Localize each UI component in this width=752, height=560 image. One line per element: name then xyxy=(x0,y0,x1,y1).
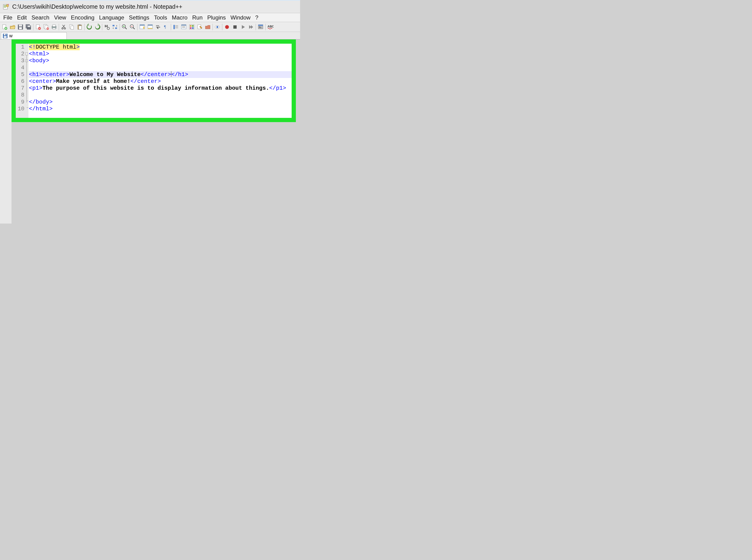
zoom-out-button[interactable] xyxy=(129,23,137,31)
fold-end-icon xyxy=(26,101,28,101)
svg-marker-75 xyxy=(242,25,245,29)
menu-tools[interactable]: Tools xyxy=(152,14,169,22)
menu-language[interactable]: Language xyxy=(97,14,126,22)
sync-v-icon xyxy=(139,24,146,30)
monitor-icon xyxy=(214,24,221,30)
new-file-button[interactable] xyxy=(0,23,8,31)
line-number: 1 xyxy=(16,44,24,51)
find-icon xyxy=(104,24,110,30)
undo-button[interactable] xyxy=(85,23,93,31)
code-line[interactable]: <h1><center>Welcome to My Website</cente… xyxy=(29,71,292,78)
find-button[interactable] xyxy=(103,23,111,31)
svg-point-73 xyxy=(225,25,229,29)
code-line[interactable] xyxy=(29,64,292,71)
code-line[interactable]: <html> xyxy=(29,51,292,57)
replace-button[interactable] xyxy=(111,23,119,31)
line-number: 9 xyxy=(16,99,24,105)
menu-plugins[interactable]: Plugins xyxy=(206,14,228,22)
code-token: </center> xyxy=(131,78,161,84)
menu-window[interactable]: Window xyxy=(229,14,252,22)
close-button[interactable] xyxy=(34,23,42,31)
code-token: <h1><center> xyxy=(29,72,70,78)
menu-help[interactable]: ? xyxy=(253,14,260,22)
code-line[interactable]: <p1>The purpose of this website is to di… xyxy=(29,85,292,92)
menu-encoding[interactable]: Encoding xyxy=(69,14,96,22)
lang-preview-button[interactable] xyxy=(188,23,196,31)
tab-label: w xyxy=(9,33,13,39)
sync-h-button[interactable] xyxy=(146,23,154,31)
svg-rect-85 xyxy=(5,34,6,35)
svg-rect-52 xyxy=(148,25,153,26)
svg-rect-34 xyxy=(79,24,81,26)
play-button[interactable] xyxy=(239,23,247,31)
code-line[interactable]: </body> xyxy=(29,99,292,105)
print-button[interactable] xyxy=(50,23,58,31)
close-icon xyxy=(35,24,41,30)
menu-macro[interactable]: Macro xyxy=(170,14,189,22)
menu-file[interactable]: File xyxy=(1,14,14,22)
code-token: DOCTYPE html xyxy=(36,44,76,50)
zoom-in-button[interactable] xyxy=(120,23,129,31)
file-tab[interactable]: w xyxy=(1,32,67,39)
save-all-icon xyxy=(25,24,32,30)
play-multi-button[interactable] xyxy=(247,23,255,31)
code-line[interactable]: <center>Make yourself at home!</center> xyxy=(29,78,292,85)
stop-button[interactable] xyxy=(231,23,239,31)
show-all-button[interactable]: ¶ xyxy=(162,23,170,31)
word-wrap-button[interactable] xyxy=(154,23,162,31)
outdent-icon xyxy=(180,24,187,30)
new-file-icon xyxy=(1,24,8,30)
toolbar-separator xyxy=(265,24,266,30)
menu-view[interactable]: View xyxy=(52,14,68,22)
sync-v-button[interactable] xyxy=(138,23,146,31)
svg-marker-77 xyxy=(251,25,253,29)
run-script-button[interactable] xyxy=(257,23,265,31)
lang-preview-icon xyxy=(189,24,195,30)
spell-check-button[interactable]: ABC xyxy=(266,23,274,31)
close-all-button[interactable] xyxy=(42,23,50,31)
open-file-button[interactable] xyxy=(8,23,16,31)
save-all-button[interactable] xyxy=(24,23,33,31)
code-token: The purpose of this website is to displa… xyxy=(42,85,269,91)
user-define-button[interactable] xyxy=(196,23,204,31)
paste-icon xyxy=(76,24,83,30)
close-all-icon xyxy=(43,24,49,30)
save-button[interactable] xyxy=(16,23,24,31)
menu-run[interactable]: Run xyxy=(190,14,205,22)
redo-button[interactable] xyxy=(93,23,101,31)
line-number-gutter: 12345678910 xyxy=(16,44,25,118)
folder-button[interactable] xyxy=(204,23,212,31)
redo-icon xyxy=(94,24,101,30)
line-number: 3 xyxy=(16,57,24,64)
svg-marker-76 xyxy=(249,25,251,29)
svg-rect-66 xyxy=(190,25,192,27)
paste-button[interactable] xyxy=(76,23,84,31)
svg-line-42 xyxy=(125,27,127,29)
cut-button[interactable] xyxy=(60,23,68,31)
svg-rect-79 xyxy=(258,25,263,26)
outdent-button[interactable] xyxy=(180,23,188,31)
record-button[interactable] xyxy=(223,23,231,31)
fold-toggle-icon[interactable] xyxy=(25,53,28,55)
code-line[interactable]: <body> xyxy=(29,57,292,64)
menu-settings[interactable]: Settings xyxy=(127,14,151,22)
copy-button[interactable] xyxy=(68,23,76,31)
svg-line-46 xyxy=(133,27,135,29)
monitor-button[interactable] xyxy=(213,23,221,31)
app-window: C:\Users\wikih\Desktop\welcome to my web… xyxy=(0,0,300,223)
code-line[interactable]: <!DOCTYPE html> xyxy=(29,44,292,51)
indent-guide-button[interactable] xyxy=(172,23,180,31)
svg-rect-84 xyxy=(4,34,6,36)
code-token: </center> xyxy=(140,72,171,78)
menu-bar: FileEditSearchViewEncodingLanguageSettin… xyxy=(0,13,300,22)
menu-search[interactable]: Search xyxy=(30,14,51,22)
svg-rect-37 xyxy=(105,26,108,26)
code-editor[interactable]: <!DOCTYPE html><html><body><h1><center>W… xyxy=(28,44,292,118)
svg-rect-40 xyxy=(115,27,117,29)
code-line[interactable]: </html> xyxy=(29,105,292,112)
line-number: 4 xyxy=(16,64,24,71)
code-token: > xyxy=(76,44,80,50)
code-line[interactable] xyxy=(29,92,292,98)
code-token: <p1> xyxy=(29,85,42,91)
menu-edit[interactable]: Edit xyxy=(15,14,29,22)
